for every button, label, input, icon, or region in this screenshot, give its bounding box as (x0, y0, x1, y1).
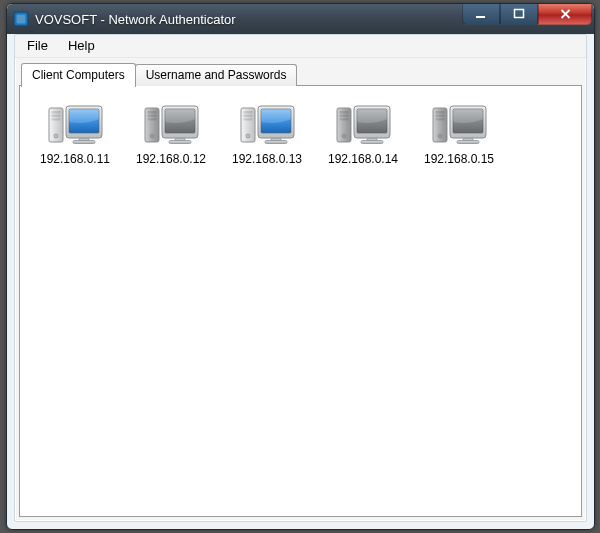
tab-container: Client Computers Username and Passwords … (19, 63, 582, 517)
svg-point-17 (150, 134, 154, 138)
computer-online-icon (239, 100, 295, 148)
window-controls (462, 4, 592, 25)
svg-point-44 (438, 134, 442, 138)
computer-ip-label: 192.168.0.14 (316, 152, 410, 166)
computer-ip-label: 192.168.0.13 (220, 152, 314, 166)
svg-rect-46 (457, 141, 479, 144)
computer-ip-label: 192.168.0.12 (124, 152, 218, 166)
maximize-button[interactable] (500, 4, 538, 25)
svg-rect-32 (340, 111, 349, 113)
svg-rect-7 (52, 118, 61, 120)
svg-rect-2 (476, 16, 485, 18)
svg-rect-33 (340, 115, 349, 117)
svg-rect-19 (169, 141, 191, 144)
titlebar[interactable]: VOVSOFT - Network Authenticator (7, 4, 594, 34)
computer-ip-label: 192.168.0.15 (412, 152, 506, 166)
minimize-button[interactable] (462, 4, 500, 25)
client-area: File Help Client Computers Username and … (14, 34, 587, 522)
computer-offline-icon (431, 100, 487, 148)
svg-rect-5 (52, 111, 61, 113)
svg-rect-34 (340, 118, 349, 120)
app-icon (13, 11, 29, 27)
tabstrip: Client Computers Username and Passwords (19, 63, 582, 86)
window-frame: VOVSOFT - Network Authenticator File Hel… (6, 3, 595, 530)
computer-ip-label: 192.168.0.11 (28, 152, 122, 166)
svg-rect-37 (361, 141, 383, 144)
svg-point-8 (54, 134, 58, 138)
svg-rect-10 (73, 141, 95, 144)
menu-help[interactable]: Help (58, 35, 105, 57)
svg-rect-41 (436, 111, 445, 113)
svg-rect-15 (148, 115, 157, 117)
svg-point-35 (342, 134, 346, 138)
computer-item[interactable]: 192.168.0.13 (220, 100, 314, 166)
window-title: VOVSOFT - Network Authenticator (35, 12, 236, 27)
svg-rect-3 (515, 10, 524, 18)
tab-client-computers[interactable]: Client Computers (21, 63, 136, 87)
menubar: File Help (15, 35, 586, 58)
svg-point-26 (246, 134, 250, 138)
computer-item[interactable]: 192.168.0.12 (124, 100, 218, 166)
tab-panel-clients: 192.168.0.11192.168.0.12192.168.0.13192.… (19, 85, 582, 517)
svg-rect-1 (17, 15, 26, 24)
computer-item[interactable]: 192.168.0.15 (412, 100, 506, 166)
computer-item[interactable]: 192.168.0.11 (28, 100, 122, 166)
svg-rect-6 (52, 115, 61, 117)
svg-rect-23 (244, 111, 253, 113)
computer-offline-icon (335, 100, 391, 148)
svg-rect-16 (148, 118, 157, 120)
tab-username-passwords[interactable]: Username and Passwords (135, 64, 298, 86)
computer-item[interactable]: 192.168.0.14 (316, 100, 410, 166)
computer-offline-icon (143, 100, 199, 148)
computer-list: 192.168.0.11192.168.0.12192.168.0.13192.… (20, 86, 581, 180)
svg-rect-24 (244, 115, 253, 117)
svg-rect-28 (265, 141, 287, 144)
computer-online-icon (47, 100, 103, 148)
menu-file[interactable]: File (17, 35, 58, 57)
svg-rect-43 (436, 118, 445, 120)
svg-rect-25 (244, 118, 253, 120)
close-button[interactable] (538, 4, 592, 25)
svg-rect-14 (148, 111, 157, 113)
svg-rect-42 (436, 115, 445, 117)
